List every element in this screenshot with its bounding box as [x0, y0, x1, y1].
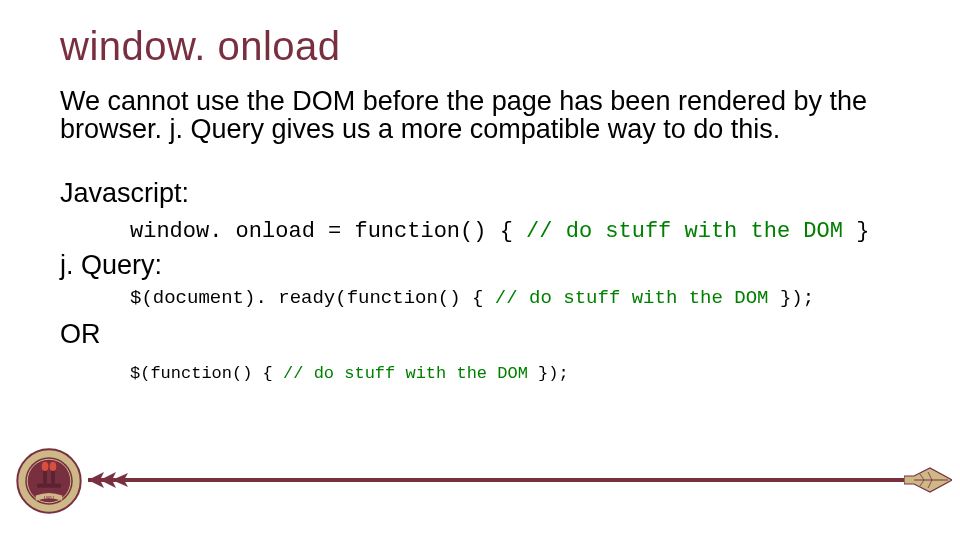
code-snippet-jquery-1: $(document). ready(function() { // do st…: [130, 287, 900, 309]
svg-point-5: [42, 462, 49, 471]
slide: window. onload We cannot use the DOM bef…: [0, 0, 960, 540]
code-comment: // do stuff with the DOM: [283, 364, 538, 383]
spear-shaft: [88, 478, 908, 482]
code-text: });: [538, 364, 569, 383]
code-text: }: [856, 219, 869, 244]
code-snippet-js: window. onload = function() { // do stuf…: [130, 219, 900, 244]
jquery-label: j. Query:: [60, 250, 900, 281]
spearhead-icon: [904, 466, 952, 494]
slide-title: window. onload: [60, 24, 900, 69]
code-text: });: [780, 287, 814, 309]
intro-paragraph: We cannot use the DOM before the page ha…: [60, 87, 890, 144]
footer-decoration: 1851: [0, 442, 960, 512]
code-text: $(function() {: [130, 364, 283, 383]
code-comment: // do stuff with the DOM: [526, 219, 856, 244]
or-label: OR: [60, 319, 900, 350]
code-comment: // do stuff with the DOM: [495, 287, 780, 309]
code-text: window. onload = function() {: [130, 219, 526, 244]
spear-line: [88, 472, 952, 488]
seal-year-text: 1851: [43, 495, 55, 501]
javascript-label: Javascript:: [60, 178, 900, 209]
svg-rect-7: [37, 484, 61, 488]
code-text: $(document). ready(function() {: [130, 287, 495, 309]
fsu-seal-icon: 1851: [16, 448, 82, 514]
code-snippet-jquery-2: $(function() { // do stuff with the DOM …: [130, 364, 900, 383]
svg-point-6: [50, 462, 57, 471]
